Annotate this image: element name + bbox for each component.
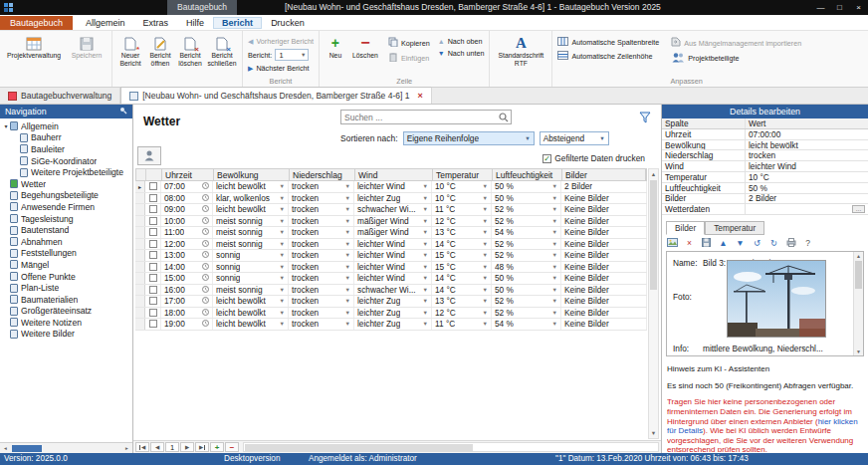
cell-luftfeuchtigkeit[interactable]: 52 %▼: [492, 250, 561, 261]
bericht-oeffnen-button[interactable]: Bericht öffnen: [145, 33, 175, 68]
cell-niederschlag[interactable]: trocken▼: [289, 239, 354, 250]
table-row[interactable]: 15:00 sonnig▼ trocken▼ leichter Wind▼: [135, 273, 647, 285]
cell-niederschlag[interactable]: trocken▼: [289, 262, 354, 273]
cell-luftfeuchtigkeit[interactable]: 50 %▼: [492, 181, 561, 192]
dropdown-arrow-icon[interactable]: ▼: [483, 310, 488, 316]
first-record-button[interactable]: ◀: [135, 442, 149, 452]
move-up-icon[interactable]: ▲: [717, 237, 730, 248]
cell-uhrzeit[interactable]: 19:00: [161, 319, 213, 330]
info-value[interactable]: mittlere Bewölkung, Niederschl...: [703, 344, 849, 353]
last-record-button[interactable]: ▶: [195, 442, 209, 452]
cell-niederschlag[interactable]: trocken▼: [289, 296, 354, 307]
dropdown-arrow-icon[interactable]: ▼: [552, 287, 557, 293]
cell-bilder[interactable]: Keine Bilder: [561, 250, 647, 261]
details-row-value[interactable]: leichter Wind: [746, 161, 868, 171]
nav-tree-item[interactable]: Feststellungen: [0, 248, 132, 260]
dropdown-arrow-icon[interactable]: ▼: [280, 183, 285, 189]
dropdown-arrow-icon[interactable]: ▼: [423, 229, 428, 235]
details-row-value[interactable]: 10 °C: [746, 172, 868, 182]
dropdown-arrow-icon[interactable]: ▼: [483, 195, 488, 201]
nav-tree-item[interactable]: Weitere Projektbeteiligte: [0, 166, 132, 178]
cell-wind[interactable]: leichter Zug▼: [354, 193, 432, 204]
dropdown-arrow-icon[interactable]: ▼: [552, 241, 557, 247]
cell-luftfeuchtigkeit[interactable]: 54 %▼: [492, 319, 561, 330]
bericht-schliessen-button[interactable]: × Bericht schließen: [205, 33, 239, 68]
rotate-right-icon[interactable]: ↻: [767, 237, 780, 248]
details-row-value[interactable]: trocken: [746, 150, 868, 160]
table-row[interactable]: 09:00 leicht bewölkt▼ trocken▼ schwacher…: [135, 204, 647, 216]
dropdown-arrow-icon[interactable]: ▼: [423, 252, 428, 258]
dropdown-arrow-icon[interactable]: ▼: [345, 252, 350, 258]
nav-tree-item[interactable]: Begehungsbeteiligte: [0, 190, 132, 202]
table-row[interactable]: 13:00 sonnig▼ trocken▼ leichter Wind▼: [135, 250, 647, 262]
cell-temperatur[interactable]: 14 °C▼: [432, 285, 492, 296]
details-row-value[interactable]: …: [746, 204, 868, 214]
cell-luftfeuchtigkeit[interactable]: 52 %▼: [492, 239, 561, 250]
cell-luftfeuchtigkeit[interactable]: 48 %▼: [492, 262, 561, 273]
vscroll-thumb[interactable]: [855, 261, 862, 289]
row-checkbox[interactable]: [149, 251, 157, 259]
dropdown-arrow-icon[interactable]: ▼: [345, 229, 350, 235]
details-row-value[interactable]: 2 Bilder: [746, 194, 868, 204]
col-bewoelkung[interactable]: Bewölkung: [214, 169, 290, 180]
details-row[interactable]: Luftfeuchtigkeit 50 %: [662, 183, 868, 194]
dropdown-arrow-icon[interactable]: ▼: [423, 241, 428, 247]
cell-wind[interactable]: schwacher Wi...▼: [354, 285, 432, 296]
nav-tree-item[interactable]: Plan-Liste: [0, 282, 132, 294]
cell-bilder[interactable]: Keine Bilder: [561, 216, 647, 227]
cell-bilder[interactable]: Keine Bilder: [561, 273, 647, 284]
cell-bewoelkung[interactable]: sonnig▼: [213, 262, 289, 273]
tab-projekt-dokument[interactable]: [Neubau Wohn- und Geschäftshaus Dresden,…: [120, 87, 431, 104]
table-row[interactable]: 10:00 meist sonnig▼ trocken▼ mäßiger Win…: [135, 216, 647, 228]
cell-temperatur[interactable]: 12 °C▼: [432, 308, 492, 319]
cell-temperatur[interactable]: 15 °C▼: [432, 262, 492, 273]
dropdown-arrow-icon[interactable]: ▼: [345, 264, 350, 270]
cell-bilder[interactable]: Keine Bilder: [561, 319, 647, 330]
cell-uhrzeit[interactable]: 07:00: [161, 181, 213, 192]
dropdown-arrow-icon[interactable]: ▼: [280, 206, 285, 212]
table-row[interactable]: ▸ 07:00 leicht bewölkt▼ trocken▼: [135, 181, 647, 193]
cell-bewoelkung[interactable]: sonnig▼: [213, 273, 289, 284]
col-luftfeuchtigkeit[interactable]: Luftfeuchtigkeit: [493, 169, 562, 180]
dropdown-arrow-icon[interactable]: ▼: [483, 252, 488, 258]
projektbeteiligte-button[interactable]: Projektbeteiligte: [669, 52, 803, 65]
dropdown-arrow-icon[interactable]: ▼: [552, 206, 557, 212]
dropdown-arrow-icon[interactable]: ▼: [423, 195, 428, 201]
cell-uhrzeit[interactable]: 08:00: [161, 193, 213, 204]
cell-niederschlag[interactable]: trocken▼: [289, 308, 354, 319]
nach-oben-button[interactable]: ▲ Nach oben: [436, 37, 487, 46]
dropdown-arrow-icon[interactable]: ▼: [345, 241, 350, 247]
cell-bewoelkung[interactable]: leicht bewölkt▼: [213, 204, 289, 215]
dropdown-arrow-icon[interactable]: ▼: [552, 275, 557, 281]
cell-wind[interactable]: leichter Zug▼: [354, 319, 432, 330]
cell-bilder[interactable]: Keine Bilder: [561, 262, 647, 273]
nav-tree-item[interactable]: Großgeräteeinsatz: [0, 306, 132, 318]
dropdown-arrow-icon[interactable]: ▼: [280, 287, 285, 293]
dropdown-arrow-icon[interactable]: ▼: [345, 275, 350, 281]
titlebar-app-tab[interactable]: Bautagebuch: [167, 0, 237, 15]
projektverwaltung-button[interactable]: Projektverwaltung: [3, 33, 65, 60]
dropdown-arrow-icon[interactable]: ▼: [483, 218, 488, 224]
cell-wind[interactable]: leichter Wind▼: [354, 250, 432, 261]
kopieren-button[interactable]: Kopieren: [386, 37, 432, 49]
cell-wind[interactable]: leichter Wind▼: [354, 273, 432, 284]
cell-temperatur[interactable]: 10 °C▼: [432, 181, 492, 192]
image-frame-scrollbar[interactable]: ▲ ▼: [853, 252, 863, 355]
cell-temperatur[interactable]: 13 °C▼: [432, 296, 492, 307]
zeile-neu-button[interactable]: + Neu: [323, 33, 348, 60]
cell-uhrzeit[interactable]: 11:00: [161, 227, 213, 238]
details-row[interactable]: Uhrzeit 07:00:00: [662, 129, 868, 140]
cell-niederschlag[interactable]: trocken▼: [289, 193, 354, 204]
details-row[interactable]: Wetterdaten …: [662, 204, 868, 215]
cell-bewoelkung[interactable]: klar, wolkenlos▼: [213, 193, 289, 204]
dropdown-arrow-icon[interactable]: ▼: [552, 321, 557, 327]
cell-bilder[interactable]: Keine Bilder: [561, 296, 647, 307]
cell-wind[interactable]: leichter Zug▼: [354, 308, 432, 319]
nav-tree-item[interactable]: Anwesende Firmen: [0, 201, 132, 213]
tab-bilder[interactable]: Bilder: [666, 221, 705, 235]
cell-bewoelkung[interactable]: leicht bewölkt▼: [213, 319, 289, 330]
cell-temperatur[interactable]: 13 °C▼: [432, 227, 492, 238]
dropdown-arrow-icon[interactable]: ▼: [423, 206, 428, 212]
cell-bewoelkung[interactable]: meist sonnig▼: [213, 239, 289, 250]
table-row[interactable]: 16:00 meist sonnig▼ trocken▼ schwacher W…: [135, 285, 647, 297]
